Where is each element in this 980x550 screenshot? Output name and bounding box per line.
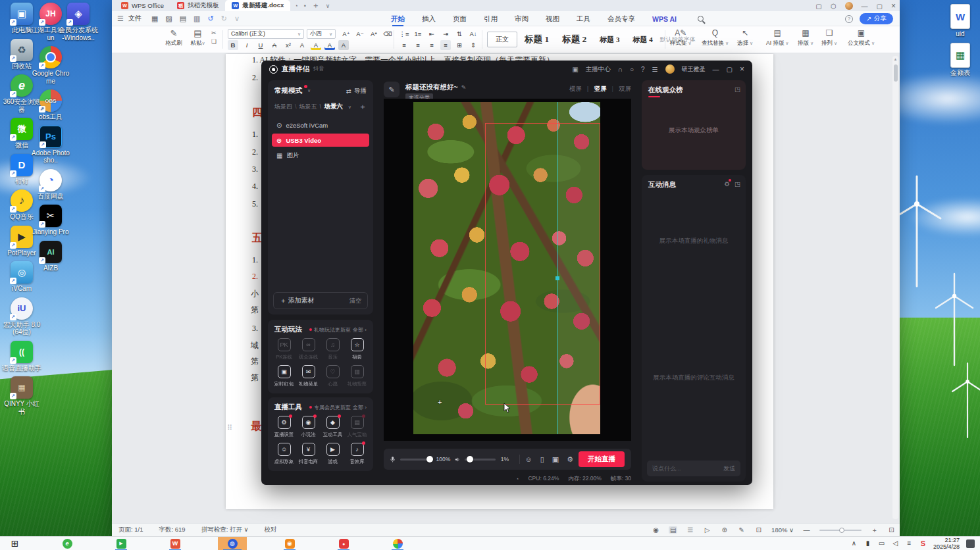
help-icon[interactable]: ? xyxy=(845,15,853,23)
desktop-icon[interactable]: ◔ 百度网盘 xyxy=(30,169,71,201)
paragraph-tool-button[interactable]: A↓ xyxy=(468,29,478,39)
scene-tab[interactable]: 场景四 xyxy=(274,103,292,111)
tray-icon[interactable]: S xyxy=(919,539,927,547)
ribbon-tab[interactable]: 插入 xyxy=(422,14,436,24)
tray-icon[interactable]: ∧ xyxy=(850,539,858,547)
taskbar-app-button[interactable]: ◐ xyxy=(386,537,409,550)
live-tool-item[interactable]: ⚙ 直播设置 xyxy=(272,416,296,438)
selection-rectangle[interactable] xyxy=(485,123,600,405)
layout-option[interactable]: 横屏 xyxy=(569,85,582,93)
tab-list-chevron-icon[interactable]: ∨ xyxy=(326,3,330,9)
view-mode-icon[interactable]: ▤ xyxy=(669,526,677,534)
source-item[interactable]: ▦ 图片 xyxy=(272,149,369,162)
quick-access-icon[interactable]: ▥ xyxy=(193,14,200,23)
minimize-button[interactable]: — xyxy=(862,3,868,10)
anchor-center-link[interactable]: 主播中心 xyxy=(586,65,611,74)
paragraph-tool-button[interactable]: ⇥ xyxy=(440,29,451,39)
desktop-icon[interactable]: AI AIZB xyxy=(30,241,71,272)
desktop-file-icon[interactable]: ▦ 金额表 xyxy=(940,43,980,77)
popout-icon[interactable]: ◳ xyxy=(735,180,740,188)
desktop-icon[interactable]: OBS obs工具 xyxy=(30,89,71,121)
account-avatar[interactable] xyxy=(845,2,853,10)
widget-icon[interactable]: ⬡ xyxy=(831,3,837,10)
font-style-button[interactable]: A xyxy=(324,40,335,50)
view-mode-icon[interactable]: ▷ xyxy=(703,526,711,534)
scene-tab[interactable]: 场景六 xyxy=(317,103,343,111)
popout-icon[interactable]: ◳ xyxy=(735,86,740,93)
font-tool-button[interactable]: A⁻ xyxy=(355,29,365,39)
reading-layout-icon[interactable]: ▢ xyxy=(815,3,821,10)
live-tool-item[interactable]: ▤ 人气宝箱 xyxy=(345,416,369,438)
interact-feature-item[interactable]: ▥ 礼物投票 xyxy=(345,365,369,388)
layout-option[interactable]: 双屏 xyxy=(607,85,631,93)
close-button[interactable]: × xyxy=(891,1,896,11)
desktop-icon[interactable]: Google Chrome xyxy=(30,46,71,85)
titlebar-tool-icon[interactable]: ∩ xyxy=(618,66,623,73)
ribbon-tab[interactable]: 审阅 xyxy=(515,14,529,24)
style-gallery-item[interactable]: 标题 3 xyxy=(594,35,625,45)
scene-tab[interactable]: 场景五 xyxy=(292,103,317,111)
view-mode-icon[interactable]: ⊕ xyxy=(720,526,729,534)
mic-volume-slider[interactable] xyxy=(400,459,430,461)
font-style-button[interactable]: B xyxy=(228,40,238,50)
view-mode-icon[interactable]: ◉ xyxy=(652,526,660,534)
send-button[interactable]: 发送 xyxy=(723,464,735,473)
message-settings-gear-icon[interactable]: ⚙ xyxy=(724,180,730,188)
status-bar-item[interactable]: 校对 xyxy=(265,526,277,534)
microphone-icon[interactable] xyxy=(390,455,395,464)
desktop-icon[interactable]: iU 宏天助手 8.0(64位) xyxy=(1,297,42,336)
live-tool-item[interactable]: ▶ 游戏 xyxy=(321,443,345,465)
alignment-button[interactable]: ≡ xyxy=(413,40,423,50)
quick-access-icon[interactable]: ↻ xyxy=(221,14,227,23)
source-item[interactable]: ⊙ USB3 Video xyxy=(272,134,369,147)
speaker-volume-slider[interactable] xyxy=(465,459,495,461)
live-tool-item[interactable]: ◆ 互动工具 xyxy=(321,416,345,438)
paragraph-tool-button[interactable]: ⇤ xyxy=(426,29,437,39)
interact-feature-item[interactable]: ♫ 音乐 xyxy=(321,338,345,361)
tray-icon[interactable]: ◁ xyxy=(892,539,899,547)
ribbon-tab[interactable]: 会员专享 xyxy=(607,14,635,24)
control-tool-icon[interactable]: ⚙ xyxy=(567,455,573,464)
source-item[interactable]: ⊙ e2eSoft iVCam xyxy=(272,118,369,132)
speaker-slider-knob[interactable] xyxy=(467,456,473,463)
style-gallery-item[interactable]: 标题 2 xyxy=(556,34,592,45)
style-gallery-item[interactable]: 标题 4 xyxy=(627,35,659,45)
see-all-link[interactable]: 全部 › xyxy=(353,404,367,411)
zoom-level[interactable]: 180% ∨ xyxy=(771,526,794,534)
preview-canvas[interactable]: + xyxy=(384,99,631,441)
taskbar-app-button[interactable]: W xyxy=(164,537,186,550)
control-tool-icon[interactable]: ☺ xyxy=(525,455,532,464)
taskbar-clock[interactable]: 21:27 2025/4/28 xyxy=(933,537,960,550)
stream-title[interactable]: 标题还没有想好~ xyxy=(405,83,458,91)
live-close-button[interactable]: × xyxy=(740,64,744,74)
wps-document-tab[interactable]: W WPS Office xyxy=(115,0,170,11)
desktop-icon[interactable]: (( 语音直播助手 xyxy=(1,341,42,372)
control-tool-icon[interactable]: ▯ xyxy=(540,455,544,464)
status-bar-item[interactable]: 字数: 619 xyxy=(159,526,186,534)
live-tool-item[interactable]: ☺ 虚拟形象 xyxy=(272,443,296,465)
search-icon[interactable] xyxy=(698,16,704,22)
font-style-button[interactable]: A xyxy=(269,40,280,50)
desktop-icon[interactable]: Ps Adobe Photosho.. xyxy=(30,126,71,164)
comment-icon[interactable]: ◔ xyxy=(294,3,297,9)
user-avatar[interactable] xyxy=(665,64,675,74)
interact-feature-item[interactable]: ▣ 定时红包 xyxy=(272,365,296,388)
tray-icon[interactable]: ▭ xyxy=(878,539,885,547)
format-painter-button[interactable]: ✎格式刷 xyxy=(163,26,184,47)
alignment-button[interactable]: ⇕ xyxy=(468,40,478,50)
start-streaming-button[interactable]: 开始直播 xyxy=(579,451,625,467)
live-maximize-button[interactable]: ▢ xyxy=(727,66,733,73)
viewers-title[interactable]: 在线观众榜 xyxy=(642,80,746,95)
zoom-slider[interactable] xyxy=(819,530,862,531)
notification-center-icon[interactable] xyxy=(966,539,975,548)
ribbon-group-button[interactable]: A✎ 样式集 ∨ xyxy=(670,28,692,47)
style-gallery-item[interactable]: 标题 1 xyxy=(519,34,555,45)
font-style-button[interactable]: A xyxy=(311,40,321,50)
ribbon-group-button[interactable]: ▣ 公文模式 ∨ xyxy=(848,28,875,47)
interact-feature-item[interactable]: PK PK连线 xyxy=(272,338,296,361)
add-material-button[interactable]: ＋ 添加素材 清空 xyxy=(273,292,368,309)
quick-access-icon[interactable]: ↺ xyxy=(208,14,214,23)
quick-access-icon[interactable]: ∨ xyxy=(234,14,240,23)
ribbon-tab[interactable]: 视图 xyxy=(546,14,559,24)
alignment-button[interactable]: ≡ xyxy=(426,40,437,50)
